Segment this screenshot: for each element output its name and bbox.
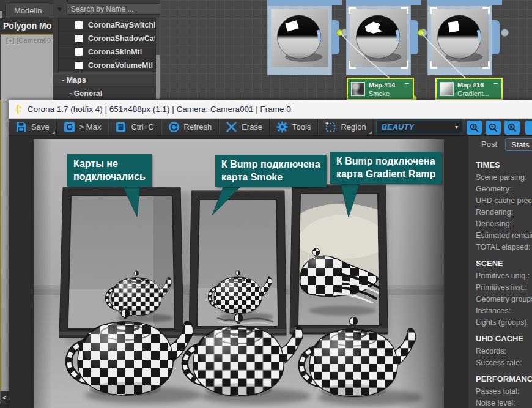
callout-line: карта Smoke [221,171,320,184]
zoom-out-button[interactable] [486,121,501,135]
callout-line: К Bump подключена [221,158,320,171]
node-output-dot[interactable] [501,29,509,37]
material-swatch-icon [75,34,83,43]
callout-line: карта Gradient Ramp [336,168,435,180]
node-side-tab[interactable] [410,20,418,54]
node-side-tab[interactable] [492,20,500,54]
stats-row: Success rate: [476,357,532,369]
material-preview-sphere [271,8,328,67]
list-item-coronavolumemtl[interactable]: CoronaVolumeMtl [59,59,155,72]
selection-corner [349,61,356,69]
stats-section-times: TIMES [476,160,532,169]
tab-stats[interactable]: Stats [505,138,532,151]
stats-section-uhd-cache: UHD CACHE [476,334,532,343]
section-maps[interactable]: - Maps [53,73,156,86]
stats-row: TOTAL elapsed: [476,242,532,253]
map-node-gradient-ramp[interactable]: Map #16 Gradient... – [435,78,503,100]
selection-corner [401,7,408,14]
copy-label: Ctrl+C [131,122,153,132]
material-node-1[interactable] [267,5,332,75]
vfb-toolbar: Save > Max Ctrl+C [9,119,532,136]
node-side-tab[interactable] [331,20,339,54]
browser-header: ▼ [53,0,160,18]
erase-label: Erase [242,122,262,132]
refresh-button[interactable]: Refresh [161,119,220,135]
zoom-reset-icon [507,122,517,133]
selection-corner [349,7,356,14]
search-input[interactable] [67,3,170,15]
material-swatch-icon [75,48,83,56]
corona-swirl-icon [64,121,75,133]
erase-button[interactable]: Erase [219,119,270,135]
send-to-max-button[interactable]: > Max [57,119,109,135]
zoom-in-button[interactable] [467,121,482,135]
map-node-title: Map #16 [457,81,493,89]
ribbon-panel-polygon-modeling[interactable]: Polygon Mo [0,18,53,33]
chevron-down-icon: ▾ [451,124,462,130]
gradient-map-thumbnail-icon [440,82,454,96]
list-item-label: CoronaRaySwitchMtl [88,21,155,29]
copy-icon [115,121,127,133]
stats-row: Estimated remain [476,230,532,242]
list-item-label: CoronaSkinMtl [88,48,142,56]
dropdown-corner-icon [52,131,55,134]
map-node-smoke[interactable]: Map #14 Smoke – [347,78,414,100]
gear-icon [276,121,288,133]
viewport-camera-label[interactable]: [+] [Camera00 [6,37,51,44]
collapse-icon[interactable]: – [405,79,409,87]
callout-gradient-ramp-map: К Bump подключена карта Gradient Ramp [330,152,441,184]
material-swatch-icon [75,61,83,70]
node-input-dot[interactable] [336,29,343,36]
max-viewport-left-strip [0,100,9,391]
tab-post[interactable]: Post [476,138,503,151]
region-marquee-icon [325,121,336,133]
material-node-3[interactable] [427,5,492,75]
ribbon-tab-modeling[interactable]: Modelin [5,4,54,17]
zoom-reset-button[interactable] [504,121,520,135]
save-button[interactable]: Save [9,119,57,135]
selection-corner [430,7,437,14]
node-input-dot[interactable] [418,29,424,36]
vfb-title-bar[interactable]: (: Corona 1.7 (hotfix 4) | 651×488px (1:… [9,100,532,119]
selection-corner [482,7,490,14]
node-header-clipped [346,0,421,5]
node-header-clipped [267,0,342,5]
stats-row: Records: [476,346,532,357]
material-swatch-icon [75,21,83,29]
list-item-coronaskinmtl[interactable]: CoronaSkinMtl [59,45,155,59]
stats-row: Primitives inst.: [476,282,532,294]
map-node-title: Map #14 [369,81,405,89]
collapse-icon[interactable]: – [493,79,498,87]
chevron-down-icon[interactable]: ▼ [56,6,63,13]
section-general[interactable]: - General [53,87,156,100]
list-item-coronashadowcatcher[interactable]: CoronaShadowCatc.. [59,32,155,45]
save-icon [15,121,27,133]
selection-corner [482,61,490,69]
timeline-track [0,404,9,408]
stats-row: Denoising: [476,218,532,230]
render-channel-select[interactable]: BEAUTY ▾ [376,121,462,133]
map-node-subtitle: Smoke [369,89,405,98]
timeline-back-button[interactable]: < [0,391,9,404]
region-label: Region [341,122,366,132]
refresh-label: Refresh [184,122,212,132]
list-item-coronarayswitchmtl[interactable]: CoronaRaySwitchMtl [59,18,155,32]
tools-button[interactable]: Tools [270,119,318,135]
map-node-subtitle: Gradient... [457,89,493,98]
erase-x-icon [226,121,237,133]
to-max-label: > Max [79,122,102,132]
smoke-map-thumbnail-icon [351,82,365,96]
region-button[interactable]: Region [318,119,373,135]
refresh-icon [168,121,180,133]
clipped-toolbar-button[interactable] [525,121,532,135]
zoom-out-icon [488,122,498,133]
stats-row: Passes total: [476,386,532,398]
material-node-2[interactable] [346,5,411,75]
stats-row: Instances: [476,305,532,317]
corona-vfb-window: (: Corona 1.7 (hotfix 4) | 651×488px (1:… [9,100,532,408]
stats-row: Scene parsing: [476,172,532,184]
stats-section-performance: PERFORMANCE [476,374,532,384]
scrollbar-thumb[interactable] [156,55,160,99]
copy-button[interactable]: Ctrl+C [108,119,161,135]
selection-corner [401,61,408,69]
